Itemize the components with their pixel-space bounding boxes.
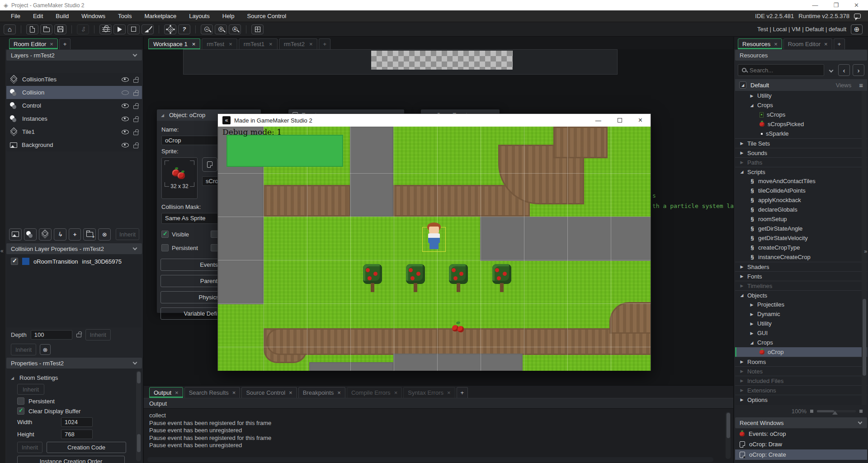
tree-item-tile-sets[interactable]: ▶Tile Sets (735, 138, 867, 148)
tree-item-getdirstatevelocity[interactable]: §getDirStateVelocity (735, 233, 867, 243)
expanded-arrow-icon[interactable]: ◢ (750, 103, 754, 108)
collapsed-arrow-icon[interactable]: ▶ (740, 359, 744, 364)
tree-item-timelines[interactable]: ▶Timelines (735, 281, 867, 290)
new-project-button[interactable] (26, 24, 38, 34)
tree-item-declareglobals[interactable]: §declareGlobals (735, 205, 867, 214)
add-path-layer-button[interactable]: ↳ (54, 228, 66, 241)
tab-rmtest[interactable]: rmTest× (202, 38, 237, 49)
game-close-button[interactable]: × (638, 116, 642, 124)
collapsed-arrow-icon[interactable]: ▶ (740, 151, 744, 155)
tab-room-editor[interactable]: Room Editor× (783, 38, 832, 49)
game-window-titlebar[interactable]: « Made in GameMaker Studio 2 — × (218, 114, 651, 127)
tree-item-ocrop[interactable]: oCrop (735, 347, 867, 357)
expanded-arrow-icon[interactable]: ◢ (11, 376, 15, 380)
tab-search-results[interactable]: Search Results× (184, 387, 241, 398)
properties-scrollbar[interactable] (136, 371, 141, 461)
recent-ocrop-create[interactable]: oCrop: Create (735, 449, 867, 460)
lock-icon[interactable] (133, 118, 138, 122)
new-tab-button[interactable]: + (59, 38, 71, 49)
collapsed-arrow-icon[interactable]: ▶ (740, 369, 744, 373)
close-icon[interactable]: × (232, 389, 236, 396)
size-inherit-button[interactable]: Inherit (17, 442, 42, 453)
close-icon[interactable]: × (337, 389, 341, 396)
menu-source-control[interactable]: Source Control (241, 10, 293, 22)
chat-icon[interactable] (854, 14, 861, 19)
expanded-arrow-icon[interactable]: ◢ (740, 170, 744, 174)
delete-layer-button[interactable]: ⊗ (98, 228, 111, 241)
recent-windows-header[interactable]: Recent Windows (735, 417, 867, 428)
collapse-left-icon[interactable]: « (0, 248, 4, 254)
menu-file[interactable]: File (5, 10, 27, 22)
expanded-arrow-icon[interactable]: ◢ (740, 293, 744, 298)
zoom-reset-button[interactable]: = (215, 24, 227, 34)
tab-rmtest2[interactable]: rmTest2× (279, 38, 318, 49)
tree-item-scrops[interactable]: sCrops (735, 110, 867, 119)
zoom-max-icon[interactable] (859, 410, 863, 413)
search-filter-chevron-icon[interactable] (829, 68, 834, 72)
collapsed-arrow-icon[interactable]: ▶ (750, 331, 754, 335)
visibility-eye-icon[interactable] (122, 77, 129, 82)
height-input[interactable] (61, 430, 93, 439)
tree-item-fonts[interactable]: ▶Fonts (735, 271, 867, 281)
stop-button[interactable] (127, 24, 140, 34)
nav-forward-button[interactable]: › (853, 64, 864, 76)
width-input[interactable] (61, 417, 93, 427)
tab-workspace-1[interactable]: Workspace 1× (148, 38, 200, 49)
add-tile-layer-button[interactable] (39, 228, 52, 241)
close-icon[interactable]: × (269, 41, 273, 47)
menu-windows[interactable]: Windows (75, 10, 112, 22)
tree-item-extensions[interactable]: ▶Extensions (735, 385, 867, 395)
lock-icon[interactable] (133, 92, 138, 96)
output-horizontal-scrollbar[interactable] (147, 457, 713, 462)
search-input[interactable] (750, 67, 820, 74)
tree-item-utility[interactable]: ▶Utility (735, 91, 867, 100)
zoom-slider[interactable] (817, 410, 856, 412)
collapsed-arrow-icon[interactable]: ▶ (740, 283, 744, 288)
collapsed-arrow-icon[interactable]: ▶ (740, 388, 744, 392)
tree-item-scropspicked[interactable]: sCropsPicked (735, 119, 867, 129)
new-output-tab-button[interactable]: + (457, 387, 468, 398)
collision-layer-properties-header[interactable]: Collision Layer Properties - rmTest2 (6, 243, 142, 254)
tree-item-getdirstateangle[interactable]: §getDirStateAngle (735, 224, 867, 233)
collapsed-arrow-icon[interactable]: ▶ (750, 302, 754, 307)
tree-item-ssparkle[interactable]: sSparkle (735, 129, 867, 138)
minimize-button[interactable]: — (812, 2, 818, 9)
menu-marketplace[interactable]: Marketplace (138, 10, 183, 22)
lock-icon[interactable] (133, 79, 138, 83)
layers-inherit-button[interactable]: Inherit (116, 228, 139, 240)
game-options-button[interactable] (164, 24, 176, 34)
tree-item-moveandcontacttiles[interactable]: §moveAndContactTiles (735, 176, 867, 186)
room-inherit-button[interactable]: Inherit (17, 384, 44, 395)
game-minimize-button[interactable]: — (595, 117, 601, 124)
visibility-eye-icon[interactable] (122, 90, 129, 95)
persistent-checkbox[interactable] (17, 397, 24, 405)
tree-item-options[interactable]: ▶Options (735, 395, 867, 404)
clean-button[interactable] (142, 24, 154, 34)
instance-creation-order-button[interactable]: Instance Creation Order (17, 456, 125, 463)
expanded-arrow-icon[interactable]: ◢ (161, 113, 165, 118)
checkbox-visible[interactable]: Visible (161, 231, 207, 238)
search-box[interactable] (738, 64, 824, 76)
lock-icon[interactable] (133, 105, 138, 109)
maximize-button[interactable]: ❐ (833, 2, 839, 9)
close-icon[interactable]: × (394, 389, 398, 396)
visibility-eye-icon[interactable] (122, 104, 129, 108)
target-config[interactable]: Test | Local | VM | Default | default (757, 26, 846, 33)
nav-back-button[interactable]: ‹ (838, 64, 850, 76)
tree-item-paths[interactable]: ▶Paths (735, 157, 867, 167)
tree-item-included-files[interactable]: ▶Included Files (735, 376, 867, 385)
close-icon[interactable]: × (289, 389, 292, 396)
menu-layouts[interactable]: Layouts (183, 10, 216, 22)
tree-item-notes[interactable]: ▶Notes (735, 366, 867, 376)
home-button[interactable]: ⌂ (4, 24, 16, 34)
tree-item-utility[interactable]: ▶Utility (735, 319, 867, 328)
expand-right-icon[interactable]: » (864, 248, 867, 255)
target-manager-icon[interactable]: ⊕ (851, 24, 863, 34)
add-instance-layer-button[interactable] (24, 228, 37, 241)
resources-header[interactable]: Resources (735, 50, 867, 61)
tab-resources[interactable]: Resources× (738, 38, 782, 49)
zoom-in-button[interactable]: + (229, 24, 241, 34)
instance-checkbox[interactable] (11, 258, 18, 265)
lock-icon[interactable] (133, 145, 138, 148)
sprite-preview[interactable]: 32 x 32 (161, 157, 198, 199)
